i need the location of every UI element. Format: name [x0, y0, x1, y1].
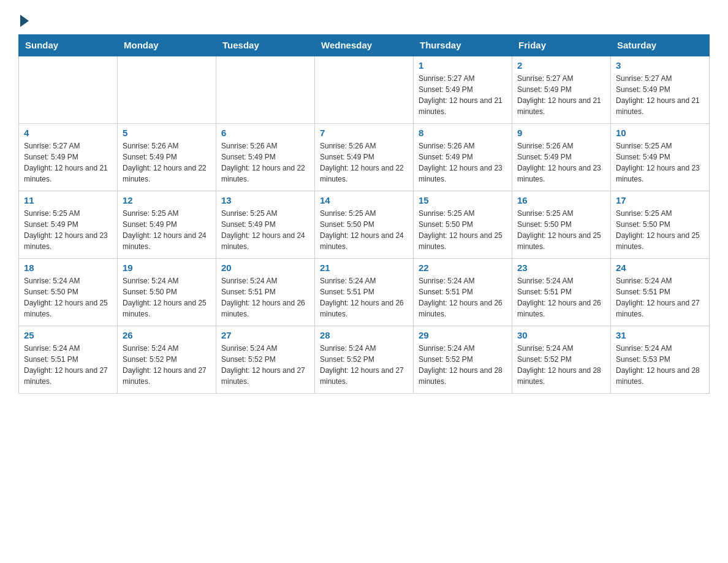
day-of-week-header: Sunday	[19, 35, 118, 56]
day-info: Sunrise: 5:26 AMSunset: 5:49 PMDaylight:…	[123, 140, 211, 185]
calendar-day-cell: 31Sunrise: 5:24 AMSunset: 5:53 PMDayligh…	[611, 326, 710, 393]
day-number: 14	[320, 195, 408, 205]
calendar-day-cell: 11Sunrise: 5:25 AMSunset: 5:49 PMDayligh…	[19, 191, 118, 258]
day-info: Sunrise: 5:24 AMSunset: 5:52 PMDaylight:…	[123, 343, 211, 387]
calendar-week-row: 18Sunrise: 5:24 AMSunset: 5:50 PMDayligh…	[19, 258, 710, 326]
calendar-header-row: SundayMondayTuesdayWednesdayThursdayFrid…	[19, 35, 710, 56]
day-info: Sunrise: 5:25 AMSunset: 5:49 PMDaylight:…	[24, 208, 112, 252]
calendar-day-cell: 4Sunrise: 5:27 AMSunset: 5:49 PMDaylight…	[19, 123, 118, 191]
calendar-day-cell	[19, 56, 118, 123]
day-number: 30	[517, 330, 605, 340]
day-number: 3	[616, 60, 704, 71]
day-of-week-header: Wednesday	[315, 35, 414, 56]
calendar-day-cell: 20Sunrise: 5:24 AMSunset: 5:51 PMDayligh…	[216, 258, 315, 326]
day-number: 9	[517, 128, 605, 138]
day-number: 22	[419, 262, 507, 273]
calendar-day-cell: 10Sunrise: 5:25 AMSunset: 5:49 PMDayligh…	[611, 123, 710, 191]
day-info: Sunrise: 5:24 AMSunset: 5:52 PMDaylight:…	[221, 343, 309, 387]
calendar-day-cell: 29Sunrise: 5:24 AMSunset: 5:52 PMDayligh…	[414, 326, 512, 393]
day-number: 7	[320, 128, 408, 138]
day-number: 27	[221, 330, 309, 340]
calendar-day-cell: 1Sunrise: 5:27 AMSunset: 5:49 PMDaylight…	[414, 56, 512, 123]
day-number: 11	[24, 195, 112, 205]
day-of-week-header: Monday	[118, 35, 216, 56]
day-info: Sunrise: 5:27 AMSunset: 5:49 PMDaylight:…	[419, 73, 507, 117]
calendar-table: SundayMondayTuesdayWednesdayThursdayFrid…	[18, 34, 710, 394]
day-number: 23	[517, 262, 605, 273]
day-number: 1	[419, 60, 507, 71]
day-info: Sunrise: 5:24 AMSunset: 5:52 PMDaylight:…	[517, 343, 605, 387]
logo	[18, 12, 29, 25]
day-info: Sunrise: 5:24 AMSunset: 5:51 PMDaylight:…	[419, 275, 507, 320]
calendar-day-cell: 6Sunrise: 5:26 AMSunset: 5:49 PMDaylight…	[216, 123, 315, 191]
day-info: Sunrise: 5:25 AMSunset: 5:50 PMDaylight:…	[320, 208, 408, 252]
day-of-week-header: Thursday	[414, 35, 512, 56]
calendar-day-cell	[216, 56, 315, 123]
calendar-day-cell: 19Sunrise: 5:24 AMSunset: 5:50 PMDayligh…	[118, 258, 216, 326]
day-number: 25	[24, 330, 112, 340]
day-info: Sunrise: 5:25 AMSunset: 5:49 PMDaylight:…	[616, 140, 704, 185]
day-number: 26	[123, 330, 211, 340]
day-number: 16	[517, 195, 605, 205]
calendar-day-cell: 8Sunrise: 5:26 AMSunset: 5:49 PMDaylight…	[414, 123, 512, 191]
day-info: Sunrise: 5:25 AMSunset: 5:50 PMDaylight:…	[616, 208, 704, 252]
calendar-day-cell: 12Sunrise: 5:25 AMSunset: 5:49 PMDayligh…	[118, 191, 216, 258]
day-number: 4	[24, 128, 112, 138]
calendar-week-row: 1Sunrise: 5:27 AMSunset: 5:49 PMDaylight…	[19, 56, 710, 123]
day-number: 17	[616, 195, 704, 205]
day-of-week-header: Friday	[512, 35, 611, 56]
day-number: 13	[221, 195, 309, 205]
day-number: 15	[419, 195, 507, 205]
day-info: Sunrise: 5:24 AMSunset: 5:50 PMDaylight:…	[123, 275, 211, 320]
day-info: Sunrise: 5:24 AMSunset: 5:51 PMDaylight:…	[517, 275, 605, 320]
day-info: Sunrise: 5:24 AMSunset: 5:51 PMDaylight:…	[616, 275, 704, 320]
logo-arrow-icon	[20, 15, 29, 27]
calendar-day-cell: 18Sunrise: 5:24 AMSunset: 5:50 PMDayligh…	[19, 258, 118, 326]
calendar-day-cell: 16Sunrise: 5:25 AMSunset: 5:50 PMDayligh…	[512, 191, 611, 258]
calendar-day-cell: 23Sunrise: 5:24 AMSunset: 5:51 PMDayligh…	[512, 258, 611, 326]
calendar-day-cell: 9Sunrise: 5:26 AMSunset: 5:49 PMDaylight…	[512, 123, 611, 191]
day-of-week-header: Tuesday	[216, 35, 315, 56]
day-info: Sunrise: 5:25 AMSunset: 5:50 PMDaylight:…	[419, 208, 507, 252]
day-number: 5	[123, 128, 211, 138]
calendar-day-cell: 14Sunrise: 5:25 AMSunset: 5:50 PMDayligh…	[315, 191, 414, 258]
day-info: Sunrise: 5:25 AMSunset: 5:49 PMDaylight:…	[221, 208, 309, 252]
calendar-day-cell: 17Sunrise: 5:25 AMSunset: 5:50 PMDayligh…	[611, 191, 710, 258]
calendar-day-cell: 7Sunrise: 5:26 AMSunset: 5:49 PMDaylight…	[315, 123, 414, 191]
day-info: Sunrise: 5:27 AMSunset: 5:49 PMDaylight:…	[616, 73, 704, 117]
calendar-day-cell: 26Sunrise: 5:24 AMSunset: 5:52 PMDayligh…	[118, 326, 216, 393]
day-info: Sunrise: 5:24 AMSunset: 5:51 PMDaylight:…	[221, 275, 309, 320]
day-info: Sunrise: 5:26 AMSunset: 5:49 PMDaylight:…	[221, 140, 309, 185]
calendar-day-cell: 22Sunrise: 5:24 AMSunset: 5:51 PMDayligh…	[414, 258, 512, 326]
day-number: 8	[419, 128, 507, 138]
day-info: Sunrise: 5:24 AMSunset: 5:52 PMDaylight:…	[320, 343, 408, 387]
day-info: Sunrise: 5:27 AMSunset: 5:49 PMDaylight:…	[517, 73, 605, 117]
calendar-day-cell	[315, 56, 414, 123]
calendar-day-cell: 25Sunrise: 5:24 AMSunset: 5:51 PMDayligh…	[19, 326, 118, 393]
day-number: 10	[616, 128, 704, 138]
calendar-day-cell: 3Sunrise: 5:27 AMSunset: 5:49 PMDaylight…	[611, 56, 710, 123]
day-info: Sunrise: 5:26 AMSunset: 5:49 PMDaylight:…	[419, 140, 507, 185]
day-number: 19	[123, 262, 211, 273]
day-number: 21	[320, 262, 408, 273]
day-number: 20	[221, 262, 309, 273]
calendar-day-cell	[118, 56, 216, 123]
day-number: 12	[123, 195, 211, 205]
calendar-week-row: 4Sunrise: 5:27 AMSunset: 5:49 PMDaylight…	[19, 123, 710, 191]
day-info: Sunrise: 5:24 AMSunset: 5:50 PMDaylight:…	[24, 275, 112, 320]
day-number: 24	[616, 262, 704, 273]
day-of-week-header: Saturday	[611, 35, 710, 56]
day-info: Sunrise: 5:27 AMSunset: 5:49 PMDaylight:…	[24, 140, 112, 185]
day-info: Sunrise: 5:26 AMSunset: 5:49 PMDaylight:…	[320, 140, 408, 185]
day-number: 18	[24, 262, 112, 273]
day-info: Sunrise: 5:26 AMSunset: 5:49 PMDaylight:…	[517, 140, 605, 185]
day-number: 31	[616, 330, 704, 340]
calendar-day-cell: 27Sunrise: 5:24 AMSunset: 5:52 PMDayligh…	[216, 326, 315, 393]
calendar-week-row: 25Sunrise: 5:24 AMSunset: 5:51 PMDayligh…	[19, 326, 710, 393]
day-number: 29	[419, 330, 507, 340]
day-info: Sunrise: 5:24 AMSunset: 5:51 PMDaylight:…	[24, 343, 112, 387]
calendar-day-cell: 2Sunrise: 5:27 AMSunset: 5:49 PMDaylight…	[512, 56, 611, 123]
calendar-day-cell: 21Sunrise: 5:24 AMSunset: 5:51 PMDayligh…	[315, 258, 414, 326]
day-info: Sunrise: 5:24 AMSunset: 5:52 PMDaylight:…	[419, 343, 507, 387]
calendar-week-row: 11Sunrise: 5:25 AMSunset: 5:49 PMDayligh…	[19, 191, 710, 258]
